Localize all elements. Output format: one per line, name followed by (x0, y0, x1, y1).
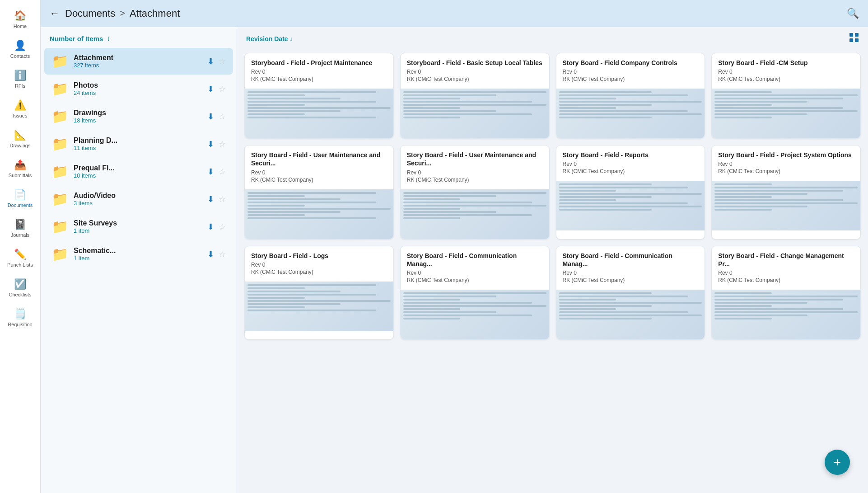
nav-label-issues: Issues (13, 113, 28, 118)
doc-card-card6[interactable]: Story Board - Field - User Maintenance a… (400, 145, 550, 239)
nav-item-requisition[interactable]: 🗒️ Requisition (2, 304, 38, 332)
doc-card-info: Story Board - Field - User Maintenance a… (401, 146, 549, 189)
thumb-line (559, 308, 616, 310)
folder-count-sitesurveys: 1 item (74, 227, 202, 234)
folder-star-drawings[interactable]: ☆ (219, 112, 226, 122)
folder-download-photos[interactable]: ⬇ (207, 84, 214, 94)
doc-card-card1[interactable]: Storyboard - Field - Project Maintenance… (244, 53, 394, 139)
doc-card-company: RK (CMiC Test Company) (718, 277, 854, 283)
thumb-line (403, 195, 496, 197)
contacts-icon: 👤 (14, 40, 26, 52)
thumb-line (247, 192, 376, 194)
thumb-line (714, 94, 858, 96)
documents-icon: 📄 (14, 189, 26, 201)
doc-card-title: Story Board - Field - Reports (563, 151, 699, 159)
nav-label-rfis: RFIs (15, 83, 25, 89)
nav-item-contacts[interactable]: 👤 Contacts (2, 35, 38, 63)
doc-card-title: Story Board - Field - Logs (251, 252, 387, 260)
folder-item-schematic[interactable]: 📁 Schematic... 1 item ⬇ ☆ (44, 241, 233, 268)
thumb-line (247, 110, 341, 112)
thumb-line (403, 110, 496, 112)
thumb-line (559, 302, 702, 304)
doc-card-card2[interactable]: Storyboard - Field - Basic Setup Local T… (400, 53, 550, 139)
punchlists-icon: ✏️ (14, 249, 26, 260)
folder-download-planning[interactable]: ⬇ (207, 139, 214, 149)
doc-card-card11[interactable]: Story Board - Field - Communication Mana… (556, 246, 705, 340)
doc-card-card9[interactable]: Story Board - Field - Logs Rev 0 RK (CMi… (244, 246, 394, 340)
nav-item-home[interactable]: 🏠 Home (2, 5, 38, 33)
content-area: Revision Date ↓ Storyboard - Field - Pro… (237, 27, 868, 493)
folder-item-attachment[interactable]: 📁 Attachment 327 items ⬇ ☆ (44, 48, 233, 75)
thumb-line (247, 284, 376, 286)
thumb-line (403, 104, 546, 106)
add-fab-button[interactable]: + (825, 450, 850, 475)
doc-card-company: RK (CMiC Test Company) (563, 277, 699, 283)
view-toggle-button[interactable] (849, 33, 859, 45)
body-split: Number of Items ↓ 📁 Attachment 327 items… (41, 27, 868, 493)
doc-card-info: Story Board - Field -CM Setup Rev 0 RK (… (712, 53, 860, 89)
breadcrumb-parent[interactable]: Documents (65, 8, 115, 19)
folder-item-sitesurveys[interactable]: 📁 Site Surveys 1 item ⬇ ☆ (44, 213, 233, 240)
folder-download-schematic[interactable]: ⬇ (207, 249, 214, 259)
doc-card-title: Storyboard - Field - Project Maintenance (251, 59, 387, 67)
folder-star-audiovideo[interactable]: ☆ (219, 194, 226, 204)
thumb-line (559, 196, 652, 198)
nav-item-issues[interactable]: ⚠️ Issues (2, 95, 38, 123)
thumb-line (559, 193, 702, 195)
folder-download-drawings[interactable]: ⬇ (207, 112, 214, 122)
folder-star-schematic[interactable]: ☆ (219, 249, 226, 259)
nav-item-rfis[interactable]: ℹ️ RFIs (2, 65, 38, 93)
doc-card-card3[interactable]: Story Board - Field Company Controls Rev… (556, 53, 705, 139)
folder-name-photos: Photos (74, 81, 202, 89)
folder-item-photos[interactable]: 📁 Photos 24 items ⬇ ☆ (44, 75, 233, 102)
doc-card-card7[interactable]: Story Board - Field - Reports Rev 0 RK (… (556, 145, 705, 239)
svg-rect-3 (855, 38, 859, 42)
thumb-line (714, 117, 772, 118)
thumb-line (714, 202, 858, 204)
doc-card-thumbnail (556, 290, 705, 339)
thumb-line (714, 206, 807, 207)
nav-item-punchlists[interactable]: ✏️ Punch Lists (2, 244, 38, 272)
nav-item-journals[interactable]: 📓 Journals (2, 214, 38, 242)
sidebar-sort-header[interactable]: Number of Items ↓ (41, 27, 237, 47)
folder-item-drawings[interactable]: 📁 Drawings 18 items ⬇ ☆ (44, 103, 233, 130)
nav-item-submittals[interactable]: 📤 Submittals (2, 155, 38, 183)
doc-card-card4[interactable]: Story Board - Field -CM Setup Rev 0 RK (… (711, 53, 861, 139)
doc-card-thumbnail (712, 290, 860, 339)
folder-name-drawings: Drawings (74, 109, 202, 117)
folder-star-prequal[interactable]: ☆ (219, 167, 226, 177)
doc-card-card10[interactable]: Story Board - Field - Communication Mana… (400, 246, 550, 340)
nav-item-checklists[interactable]: ☑️ Checklists (2, 274, 38, 302)
folder-star-attachment[interactable]: ☆ (219, 56, 226, 66)
folder-download-attachment[interactable]: ⬇ (207, 56, 214, 66)
folder-item-planning[interactable]: 📁 Planning D... 11 items ⬇ ☆ (44, 131, 233, 157)
folder-star-planning[interactable]: ☆ (219, 139, 226, 149)
search-button[interactable]: 🔍 (847, 8, 859, 19)
add-fab-icon: + (834, 455, 841, 470)
doc-card-card8[interactable]: Story Board - Field - Project System Opt… (711, 145, 861, 239)
thumb-line (714, 302, 807, 304)
folder-item-audiovideo[interactable]: 📁 Audio/Video 3 items ⬇ ☆ (44, 186, 233, 212)
back-button[interactable]: ← (50, 8, 60, 19)
folder-download-prequal[interactable]: ⬇ (207, 167, 214, 177)
doc-card-card12[interactable]: Story Board - Field - Change Management … (711, 246, 861, 340)
folder-star-sitesurveys[interactable]: ☆ (219, 222, 226, 232)
thumb-line (714, 292, 772, 294)
doc-card-thumb-inner (245, 89, 393, 138)
thumb-line (247, 300, 391, 302)
doc-card-thumbnail (556, 89, 705, 138)
folder-icon-drawings: 📁 (51, 108, 68, 124)
nav-item-drawings[interactable]: 📐 Drawings (2, 125, 38, 153)
rfis-icon: ℹ️ (14, 70, 26, 81)
folder-download-audiovideo[interactable]: ⬇ (207, 194, 214, 204)
thumb-line (403, 113, 532, 115)
doc-card-rev: Rev 0 (563, 161, 699, 167)
folder-item-prequal[interactable]: 📁 Prequal Fi... 10 items ⬇ ☆ (44, 158, 233, 185)
folder-download-sitesurveys[interactable]: ⬇ (207, 222, 214, 232)
revision-date-sort[interactable]: Revision Date ↓ (246, 35, 293, 42)
doc-card-card5[interactable]: Story Board - Field - User Maintenance a… (244, 145, 394, 239)
folder-star-photos[interactable]: ☆ (219, 84, 226, 94)
revision-date-label: Revision Date (246, 35, 288, 42)
thumb-line (714, 305, 772, 307)
nav-item-documents[interactable]: 📄 Documents (2, 184, 38, 212)
